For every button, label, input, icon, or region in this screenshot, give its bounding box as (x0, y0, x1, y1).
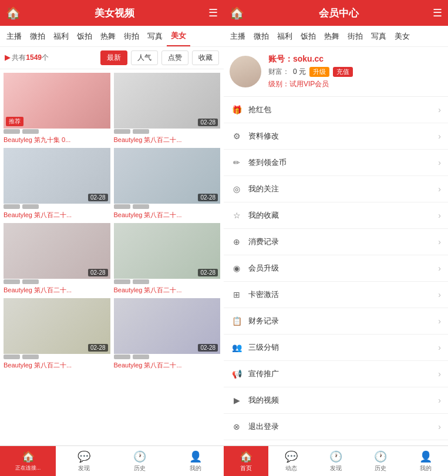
video-title: Beautyleg 第八百二十... (4, 361, 110, 370)
member-info: 账号：soku.cc 财富： 0 元 升级 充值 级别：试用VIP会员 (268, 54, 442, 89)
left-panel: 🏠 美女视频 ☰ 主播 微拍 福利 饭拍 热舞 街拍 写真 美女 ▶ 共有154… (0, 0, 224, 476)
menu-item-favorites[interactable]: ☆ 我的收藏 › (224, 202, 448, 229)
nav-jiepai[interactable]: 街拍 (120, 26, 143, 46)
menu-item-promote[interactable]: 📢 宣传推广 › (224, 361, 448, 387)
right-nav-meinv[interactable]: 美女 (390, 26, 414, 46)
right-nav-weipai[interactable]: 微拍 (250, 26, 273, 46)
menu-item-consume[interactable]: ⊕ 消费记录 › (224, 229, 448, 255)
nav-fuli[interactable]: 福利 (49, 26, 73, 46)
video-thumb: 02-28 (114, 73, 221, 129)
favorites-icon: ☆ (231, 211, 242, 220)
left-home-icon[interactable]: 🏠 (6, 6, 21, 20)
meta-block (4, 279, 20, 284)
meta-block (114, 129, 130, 134)
right-bottom-home[interactable]: 🏠 首页 (224, 446, 268, 476)
video-item[interactable]: 02-28 Beautyleg 第八百二十... (114, 298, 221, 370)
menu-item-logout[interactable]: ⊗ 退出登录 › (224, 414, 448, 440)
video-item[interactable]: 推荐 Beautyleg 第九十集 0... (4, 73, 110, 144)
video-thumb: 推荐 (4, 73, 110, 129)
filter-favorites[interactable]: 收藏 (192, 50, 219, 65)
right-bottom-mine[interactable]: 👤 我的 (403, 446, 448, 476)
arrow-icon: › (438, 290, 441, 299)
left-menu-icon[interactable]: ☰ (208, 6, 218, 19)
menu-label-hongbao: 抢红包 (248, 104, 438, 115)
menu-item-my-video[interactable]: ▶ 我的视频 › (224, 387, 448, 414)
left-title: 美女视频 (95, 6, 134, 20)
meta-block (4, 355, 20, 359)
video-grid-scroll: 推荐 Beautyleg 第九十集 0... 02-28 (0, 69, 224, 445)
filter-likes[interactable]: 点赞 (161, 50, 188, 65)
video-item[interactable]: 02-28 Beautyleg 第八百二十... (114, 73, 221, 144)
follow-icon: ◎ (231, 184, 242, 194)
right-bottom-discover[interactable]: 🕐 发现 (314, 446, 358, 476)
arrow-icon: › (438, 158, 441, 167)
video-date: 02-28 (198, 344, 218, 352)
history-label: 历史 (134, 464, 146, 472)
right-nav-fanpai[interactable]: 饭拍 (297, 26, 320, 46)
promote-icon: 📢 (231, 369, 242, 379)
menu-item-hongbao[interactable]: 🎁 抢红包 › (224, 97, 448, 123)
right-nav-zhibo[interactable]: 主播 (226, 26, 250, 46)
menu-label-finance: 财务记录 (248, 316, 438, 326)
video-date: 02-28 (198, 269, 218, 276)
menu-item-card[interactable]: ⊞ 卡密激活 › (224, 282, 448, 308)
video-item[interactable]: 02-28 Beautyleg 第八百二十... (4, 223, 110, 295)
video-title: Beautyleg 第八百二十... (4, 286, 110, 295)
menu-label-profile: 资料修改 (248, 131, 438, 141)
dynamic-label: 动态 (285, 464, 297, 472)
bottom-nav-discover[interactable]: 💬 发现 (56, 446, 112, 476)
right-nav-fuli[interactable]: 福利 (273, 26, 297, 46)
arrow-icon: › (438, 343, 441, 352)
nav-fanpai[interactable]: 饭拍 (73, 26, 96, 46)
recharge-button[interactable]: 充值 (333, 67, 353, 77)
avatar-image (230, 56, 261, 87)
video-grid-container: 推荐 Beautyleg 第九十集 0... 02-28 (0, 69, 224, 445)
right-history-icon: 🕐 (374, 450, 387, 463)
video-meta (114, 279, 221, 284)
right-bottom-history[interactable]: 🕐 历史 (358, 446, 403, 476)
right-menu-icon[interactable]: ☰ (433, 6, 442, 19)
bottom-nav-mine[interactable]: 👤 我的 (168, 446, 224, 476)
menu-item-follow[interactable]: ◎ 我的关注 › (224, 176, 448, 202)
right-discover-label: 发现 (330, 464, 342, 472)
avatar (230, 56, 261, 87)
meta-block (114, 355, 130, 359)
nav-weipai[interactable]: 微拍 (26, 26, 49, 46)
video-date: 02-28 (198, 194, 218, 201)
menu-item-distribute[interactable]: 👥 三级分销 › (224, 335, 448, 361)
menu-label-signin: 签到领金币 (248, 157, 438, 168)
video-item[interactable]: 02-28 Beautyleg 第八百二十... (4, 298, 110, 370)
filter-latest[interactable]: 最新 (100, 50, 127, 65)
upgrade-button[interactable]: 升级 (309, 67, 329, 77)
nav-meinv[interactable]: 美女 (167, 26, 190, 46)
menu-label-promote: 宣传推广 (248, 369, 438, 379)
right-nav-xiezhen[interactable]: 写真 (367, 26, 390, 46)
video-item[interactable]: 02-28 Beautyleg 第八百二十... (114, 223, 221, 295)
filter-popular[interactable]: 人气 (131, 50, 158, 65)
menu-label-vip: 会员升级 (248, 263, 438, 274)
right-nav-rewu[interactable]: 热舞 (320, 26, 343, 46)
menu-item-profile[interactable]: ⚙ 资料修改 › (224, 123, 448, 150)
right-title: 会员中心 (319, 6, 359, 20)
right-bottom-dynamic[interactable]: 💬 动态 (268, 446, 313, 476)
home-label: 正在连接... (15, 464, 41, 472)
menu-item-signin[interactable]: ✏ 签到领金币 › (224, 150, 448, 176)
video-item[interactable]: 02-28 Beautyleg 第八百二十... (114, 148, 221, 220)
wealth-value: 0 元 (293, 67, 306, 77)
right-home-icon: 🏠 (240, 450, 252, 463)
menu-item-finance[interactable]: 📋 财务记录 › (224, 308, 448, 335)
video-date: 02-28 (198, 119, 218, 126)
logout-icon: ⊗ (231, 422, 242, 431)
nav-rewu[interactable]: 热舞 (96, 26, 120, 46)
nav-xiezhen[interactable]: 写真 (143, 26, 167, 46)
nav-zhibo[interactable]: 主播 (2, 26, 26, 46)
menu-list: 🎁 抢红包 › ⚙ 资料修改 › ✏ 签到领金币 › ◎ 我的关注 › ☆ 我的… (224, 97, 448, 445)
video-item[interactable]: 02-28 Beautyleg 第八百二十... (4, 148, 110, 220)
mine-icon: 👤 (189, 450, 202, 463)
bottom-nav-history[interactable]: 🕐 历史 (112, 446, 168, 476)
right-nav-jiepai[interactable]: 街拍 (343, 26, 367, 46)
menu-item-vip[interactable]: ◉ 会员升级 › (224, 255, 448, 282)
right-home-icon[interactable]: 🏠 (230, 6, 244, 20)
video-thumb: 02-28 (114, 298, 221, 354)
bottom-nav-home[interactable]: 🏠 正在连接... (0, 446, 56, 476)
